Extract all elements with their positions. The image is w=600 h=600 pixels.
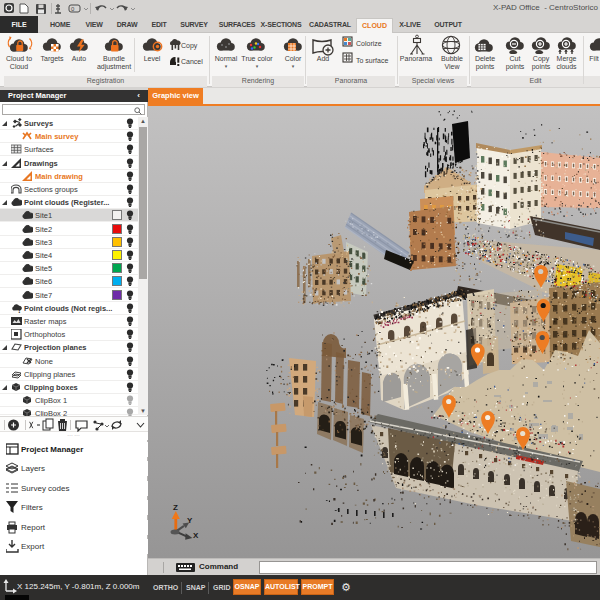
svg-text:!: ! xyxy=(18,306,21,314)
svg-text:Z: Z xyxy=(173,503,178,512)
svg-text:0: 0 xyxy=(71,6,75,12)
svg-text:X: X xyxy=(193,531,199,540)
